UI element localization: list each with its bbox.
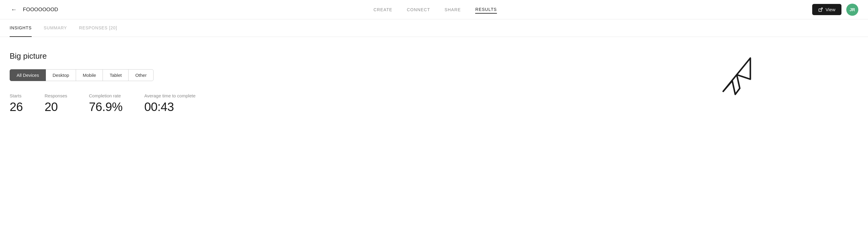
stat-avg-time-value: 00:43	[144, 100, 195, 113]
avatar-initials: JR	[849, 7, 855, 12]
header-right: View JR	[812, 4, 858, 16]
stat-completion: Completion rate 76.9%	[89, 93, 123, 113]
nav-item-results[interactable]: RESULTS	[475, 6, 497, 14]
header: ← FOOOOOOOD CREATE CONNECT SHARE RESULTS…	[0, 0, 868, 19]
tab-summary[interactable]: SUMMARY	[44, 19, 67, 37]
main-content: Big picture All Devices Desktop Mobile T…	[0, 37, 868, 128]
stat-starts-value: 26	[10, 100, 23, 113]
device-btn-desktop[interactable]: Desktop	[45, 69, 76, 81]
form-title: FOOOOOOOD	[23, 7, 58, 13]
back-arrow-icon: ←	[11, 6, 17, 13]
device-filters: All Devices Desktop Mobile Tablet Other	[10, 69, 858, 81]
tab-insights[interactable]: INSIGHTS	[10, 19, 32, 37]
nav-item-connect[interactable]: CONNECT	[407, 6, 430, 13]
nav-item-create[interactable]: CREATE	[373, 6, 392, 13]
nav-item-share[interactable]: SHARE	[445, 6, 461, 13]
stats-row: Starts 26 Responses 20 Completion rate 7…	[10, 93, 858, 113]
view-button[interactable]: View	[812, 4, 841, 15]
avatar[interactable]: JR	[846, 4, 858, 16]
header-nav: CREATE CONNECT SHARE RESULTS	[373, 6, 497, 14]
device-btn-mobile[interactable]: Mobile	[76, 69, 103, 81]
device-btn-other[interactable]: Other	[128, 69, 154, 81]
view-button-label: View	[826, 7, 835, 12]
device-btn-tablet[interactable]: Tablet	[102, 69, 128, 81]
device-btn-all[interactable]: All Devices	[10, 69, 46, 81]
stat-avg-time-label: Average time to complete	[144, 93, 195, 98]
back-button[interactable]: ←	[10, 5, 18, 14]
header-left: ← FOOOOOOOD	[10, 5, 58, 14]
tab-responses[interactable]: RESPONSES [20]	[79, 19, 117, 37]
external-link-icon	[818, 7, 823, 12]
section-title: Big picture	[10, 51, 858, 61]
sub-nav: INSIGHTS SUMMARY RESPONSES [20]	[0, 19, 868, 37]
stat-responses: Responses 20	[45, 93, 67, 113]
stat-completion-label: Completion rate	[89, 93, 123, 98]
stat-starts: Starts 26	[10, 93, 23, 113]
stat-starts-label: Starts	[10, 93, 23, 98]
stat-responses-value: 20	[45, 100, 67, 113]
stat-avg-time: Average time to complete 00:43	[144, 93, 195, 113]
stat-completion-value: 76.9%	[89, 100, 123, 113]
stat-responses-label: Responses	[45, 93, 67, 98]
